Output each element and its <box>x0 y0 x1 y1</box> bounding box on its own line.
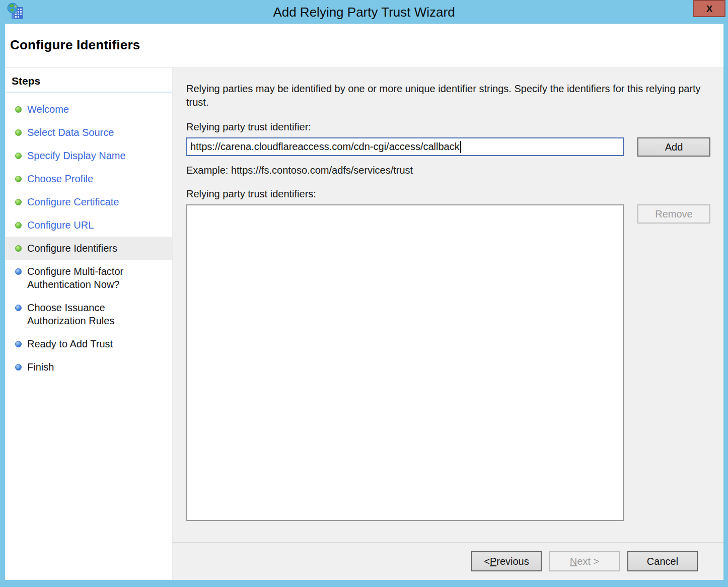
step-completed-bullet-icon <box>15 153 22 159</box>
step-completed-bullet-icon <box>15 106 22 113</box>
add-button[interactable]: Add <box>637 137 710 157</box>
step-item-configure-identifiers: Configure Identifiers <box>5 237 172 260</box>
wizard-footer: < Previous Next > Cancel <box>173 542 723 580</box>
previous-button[interactable]: < Previous <box>471 551 542 571</box>
identifier-input-value: https://carena.cloudflareaccess.com/cdn-… <box>190 141 460 153</box>
steps-heading: Steps <box>5 74 172 93</box>
page-title: Configure Identifiers <box>10 37 723 53</box>
step-current-bullet-icon <box>15 245 22 252</box>
step-pending-bullet-icon <box>15 341 22 347</box>
steps-list: Welcome Select Data Source Specify Displ… <box>5 98 172 379</box>
step-completed-bullet-icon <box>15 129 22 136</box>
add-relying-party-trust-wizard-window: Add Relying Party Trust Wizard X Configu… <box>0 0 728 587</box>
close-button[interactable]: X <box>693 0 725 17</box>
step-item-select-data-source: Select Data Source <box>5 121 172 144</box>
step-completed-bullet-icon <box>15 199 22 205</box>
identifier-input-row: https://carena.cloudflareaccess.com/cdn-… <box>186 137 711 157</box>
step-item-configure-url: Configure URL <box>5 213 172 237</box>
identifiers-list-label: Relying party trust identifiers: <box>186 188 711 200</box>
example-text: Example: https://fs.contoso.com/adfs/ser… <box>186 165 711 176</box>
step-completed-bullet-icon <box>15 222 22 229</box>
cancel-button[interactable]: Cancel <box>627 551 698 571</box>
titlebar: Add Relying Party Trust Wizard X <box>0 0 728 24</box>
page-header: Configure Identifiers <box>5 24 723 68</box>
step-completed-bullet-icon <box>15 176 22 182</box>
text-caret <box>460 141 461 153</box>
main-content: Relying parties may be identified by one… <box>173 68 723 542</box>
close-icon: X <box>706 4 713 14</box>
remove-button[interactable]: Remove <box>637 204 710 224</box>
step-item-welcome: Welcome <box>5 98 172 121</box>
step-item-configure-certificate: Configure Certificate <box>5 190 172 213</box>
step-item-finish: Finish <box>5 355 172 379</box>
relying-party-identifier-input[interactable]: https://carena.cloudflareaccess.com/cdn-… <box>186 137 624 156</box>
wizard-body: Configure Identifiers Steps Welcome Sele… <box>5 24 723 580</box>
step-item-specify-display-name: Specify Display Name <box>5 144 172 167</box>
next-button[interactable]: Next > <box>549 551 620 571</box>
step-pending-bullet-icon <box>15 305 22 311</box>
step-item-choose-issuance-rules: Choose Issuance Authorization Rules <box>5 296 172 332</box>
identifiers-listbox[interactable] <box>186 204 624 521</box>
content-row: Steps Welcome Select Data Source Specify… <box>5 68 723 580</box>
step-pending-bullet-icon <box>15 268 22 275</box>
step-pending-bullet-icon <box>15 364 22 371</box>
step-item-configure-multifactor: Configure Multi-factor Authentication No… <box>5 260 172 296</box>
step-item-ready-to-add-trust: Ready to Add Trust <box>5 332 172 355</box>
identifiers-list-row: Remove <box>186 204 711 521</box>
steps-sidebar: Steps Welcome Select Data Source Specify… <box>5 68 173 580</box>
adfs-icon <box>7 3 25 21</box>
window-title: Add Relying Party Trust Wizard <box>273 4 455 20</box>
intro-text: Relying parties may be identified by one… <box>186 82 705 109</box>
main-panel: Relying parties may be identified by one… <box>173 68 723 580</box>
step-item-choose-profile: Choose Profile <box>5 167 172 190</box>
identifier-label: Relying party trust identifier: <box>186 121 711 133</box>
